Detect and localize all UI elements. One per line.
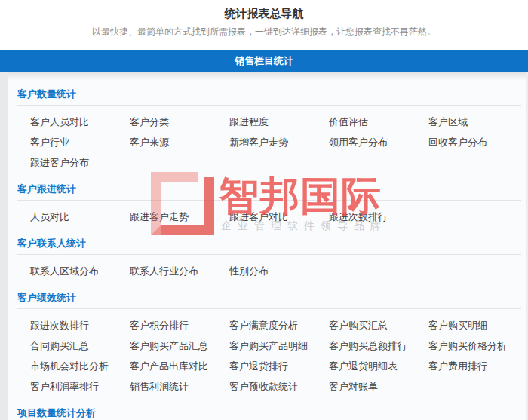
- report-link[interactable]: 客户区域: [428, 117, 468, 127]
- report-link[interactable]: 跟进次数排行: [30, 320, 89, 330]
- section-title: 客户数量统计: [17, 88, 528, 100]
- report-link[interactable]: 联系人行业分布: [130, 266, 198, 276]
- sections-list: 客户数量统计 客户人员对比 客户分类 跟进程度 价值评估 客户区域 客户行业 客…: [8, 88, 528, 420]
- report-section: 客户跟进统计 人员对比 跟进客户走势 跟进客户对比 跟进次数排行: [8, 183, 528, 222]
- report-link[interactable]: 领用客户分布: [329, 137, 388, 147]
- report-link[interactable]: 客户购买明细: [428, 320, 487, 330]
- report-link[interactable]: 客户购买汇总: [329, 320, 388, 330]
- section-links: 跟进次数排行 客户积分排行 客户满意度分析 客户购买汇总 客户购买明细 合同购买…: [8, 320, 528, 391]
- report-link[interactable]: 客户购买总额排行: [329, 341, 407, 351]
- section-links: 联系人区域分布 联系人行业分布 性别分布: [8, 266, 528, 276]
- report-link[interactable]: 跟进客户分布: [30, 158, 89, 167]
- report-link[interactable]: 客户退货排行: [229, 361, 288, 371]
- report-section: 客户联系人统计 联系人区域分布 联系人行业分布 性别分布: [8, 238, 528, 276]
- section-links: 人员对比 跟进客户走势 跟进客户对比 跟进次数排行: [8, 212, 528, 222]
- section-divider: [17, 254, 521, 255]
- report-link[interactable]: 客户退货明细表: [329, 361, 398, 371]
- report-link[interactable]: 客户利润率排行: [30, 382, 99, 391]
- report-link[interactable]: 回收客户分布: [428, 137, 487, 147]
- report-link[interactable]: 销售利润统计: [130, 382, 189, 391]
- category-banner-label: 销售栏目统计: [235, 54, 293, 68]
- page-title: 统计报表总导航: [0, 7, 528, 20]
- report-link[interactable]: 联系人区域分布: [30, 266, 99, 276]
- section-divider: [17, 308, 521, 309]
- report-link[interactable]: 客户费用排行: [428, 361, 487, 371]
- report-link[interactable]: 客户购买价格分析: [428, 341, 507, 351]
- report-link[interactable]: 跟进客户走势: [130, 212, 189, 222]
- report-navigation-page: 统计报表总导航 以最快捷、最简单的方式找到所需报表，一键到达详细报表，让您报表查…: [0, 0, 528, 420]
- report-link[interactable]: 价值评估: [329, 117, 368, 127]
- report-link[interactable]: 客户购买产品汇总: [130, 341, 208, 351]
- report-link[interactable]: 市场机会对比分析: [30, 361, 109, 371]
- report-section: 客户数量统计 客户人员对比 客户分类 跟进程度 价值评估 客户区域 客户行业 客…: [8, 88, 528, 167]
- report-link[interactable]: 人员对比: [30, 212, 69, 222]
- report-link[interactable]: 客户满意度分析: [229, 320, 298, 330]
- section-divider: [17, 200, 521, 201]
- report-link[interactable]: 客户预收款统计: [229, 382, 298, 391]
- page-subtitle: 以最快捷、最简单的方式找到所需报表，一键到达详细报表，让您报表查找不再茫然。: [0, 26, 528, 37]
- report-link[interactable]: 客户积分排行: [130, 320, 189, 330]
- report-link[interactable]: 客户产品出库对比: [130, 361, 208, 371]
- report-link[interactable]: 客户人员对比: [30, 117, 89, 127]
- report-section: 项目数量统计分析: [8, 407, 528, 420]
- section-title: 项目数量统计分析: [17, 407, 528, 418]
- section-title: 客户联系人统计: [17, 238, 528, 249]
- report-link[interactable]: 性别分布: [229, 266, 269, 276]
- category-banner: 销售栏目统计: [0, 50, 528, 72]
- report-section: 客户绩效统计 跟进次数排行 客户积分排行 客户满意度分析 客户购买汇总 客户购买…: [8, 292, 528, 391]
- report-link[interactable]: 跟进程度: [229, 117, 269, 127]
- report-link[interactable]: 客户来源: [130, 137, 169, 147]
- report-link[interactable]: 客户分类: [130, 117, 169, 127]
- report-link[interactable]: 客户购买产品明细: [229, 341, 308, 351]
- section-links: 客户人员对比 客户分类 跟进程度 价值评估 客户区域 客户行业 客户来源 新增客…: [8, 117, 528, 167]
- report-link[interactable]: 客户行业: [30, 137, 69, 147]
- report-link[interactable]: 合同购买汇总: [30, 341, 89, 351]
- report-link[interactable]: 客户对账单: [329, 382, 378, 391]
- report-link[interactable]: 跟进客户对比: [229, 212, 288, 222]
- section-title: 客户绩效统计: [17, 292, 528, 303]
- report-link[interactable]: 新增客户走势: [229, 137, 288, 147]
- section-divider: [17, 105, 521, 106]
- report-link[interactable]: 跟进次数排行: [329, 212, 388, 222]
- section-title: 客户跟进统计: [17, 183, 528, 195]
- left-gutter: [0, 72, 8, 420]
- report-sections-panel: 客户数量统计 客户人员对比 客户分类 跟进程度 价值评估 客户区域 客户行业 客…: [0, 72, 528, 420]
- page-header: 统计报表总导航 以最快捷、最简单的方式找到所需报表，一键到达详细报表，让您报表查…: [0, 0, 528, 37]
